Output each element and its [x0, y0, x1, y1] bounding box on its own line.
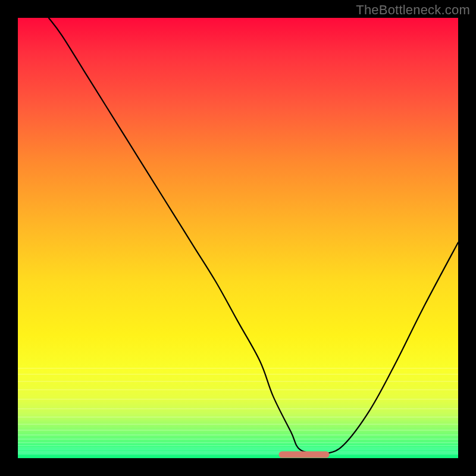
- chart-svg: [18, 18, 458, 458]
- bottleneck-curve: [49, 18, 458, 455]
- chart-frame: TheBottleneck.com: [0, 0, 476, 476]
- watermark-text: TheBottleneck.com: [356, 2, 470, 18]
- plot-area: [18, 18, 458, 458]
